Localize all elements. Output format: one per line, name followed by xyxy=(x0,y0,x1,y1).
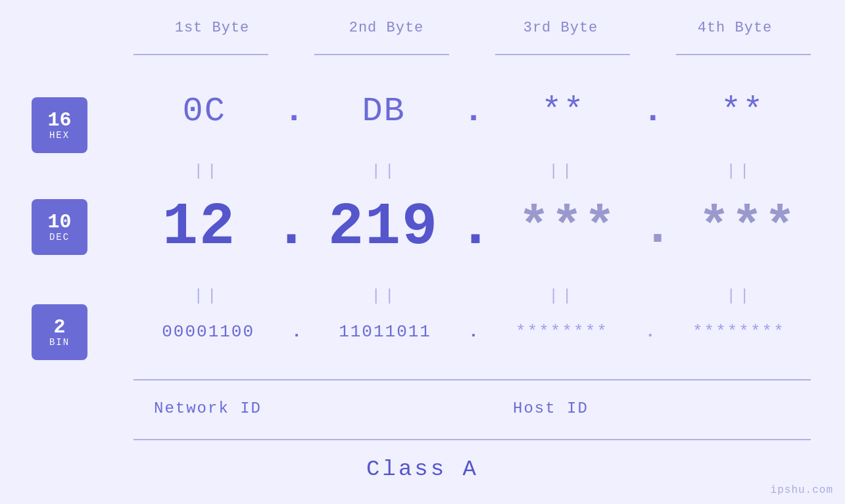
network-id-label: Network ID xyxy=(154,400,262,417)
top-bracket-3 xyxy=(495,54,630,55)
bin-badge-label: BIN xyxy=(49,337,70,348)
top-bracket-4 xyxy=(676,54,811,55)
top-bracket-1 xyxy=(133,54,268,55)
byte4-header: 4th Byte xyxy=(648,20,822,36)
host-id-label: Host ID xyxy=(513,400,589,417)
bin-b2: 11011011 xyxy=(302,322,468,342)
eq-hex-dec-b2: || xyxy=(302,162,467,180)
eq-dec-bin-b4: || xyxy=(658,287,822,305)
dec-dot2: . xyxy=(458,194,493,261)
hex-row: 0C . DB . ** . ** xyxy=(125,92,822,131)
dec-badge-num: 10 xyxy=(47,212,71,232)
byte2-header: 2nd Byte xyxy=(299,20,473,36)
hex-badge-label: HEX xyxy=(49,130,70,141)
byte3-header: 3rd Byte xyxy=(473,20,648,36)
hex-dot2: . xyxy=(463,92,483,131)
bin-badge: 2 BIN xyxy=(32,304,87,360)
bottom-bracket-host xyxy=(314,379,811,380)
bottom-bracket-network xyxy=(133,379,314,380)
dec-dot3: . xyxy=(642,198,673,258)
hex-badge-num: 16 xyxy=(47,110,71,130)
equals-row-dec-bin: || || || || xyxy=(125,287,822,305)
dec-row: 12 . 219 . *** . *** xyxy=(125,194,822,261)
bin-badge-num: 2 xyxy=(53,317,65,337)
bin-b4: ******** xyxy=(656,322,822,342)
dec-b2: 219 xyxy=(309,194,458,261)
hex-badge: 16 HEX xyxy=(32,97,87,153)
watermark: ipshu.com xyxy=(771,484,833,496)
top-bracket-2 xyxy=(314,54,449,55)
dec-dot1: . xyxy=(274,194,309,261)
dec-badge-label: DEC xyxy=(49,232,70,242)
eq-dec-bin-b2: || xyxy=(302,287,467,305)
hex-b1: 0C xyxy=(125,92,284,131)
byte-headers: 1st Byte 2nd Byte 3rd Byte 4th Byte xyxy=(125,20,822,36)
hex-b4: ** xyxy=(663,92,822,131)
hex-b3: ** xyxy=(484,92,643,131)
dec-badge: 10 DEC xyxy=(32,199,87,255)
dec-b1: 12 xyxy=(125,194,274,261)
eq-hex-dec-b1: || xyxy=(125,162,289,180)
dec-b3: *** xyxy=(493,198,642,258)
eq-hex-dec-b4: || xyxy=(658,162,822,180)
eq-hex-dec-b3: || xyxy=(480,162,644,180)
page-container: 1st Byte 2nd Byte 3rd Byte 4th Byte 16 H… xyxy=(0,0,845,504)
bin-row: 00001100 . 11011011 . ******** . *******… xyxy=(125,322,822,342)
byte1-header: 1st Byte xyxy=(125,20,299,36)
bin-dot3: . xyxy=(645,322,656,342)
equals-row-hex-dec: || || || || xyxy=(125,162,822,180)
bin-b3: ******** xyxy=(479,322,645,342)
class-label: Class A xyxy=(0,457,845,482)
eq-dec-bin-b3: || xyxy=(480,287,644,305)
hex-b2: DB xyxy=(304,92,464,131)
dec-b4: *** xyxy=(673,198,822,258)
bin-dot1: . xyxy=(291,322,302,342)
bin-dot2: . xyxy=(468,322,479,342)
eq-dec-bin-b1: || xyxy=(125,287,289,305)
hex-dot1: . xyxy=(284,92,304,131)
bin-b1: 00001100 xyxy=(125,322,291,342)
bottom-bracket-class xyxy=(133,439,811,440)
hex-dot3: . xyxy=(642,92,663,131)
